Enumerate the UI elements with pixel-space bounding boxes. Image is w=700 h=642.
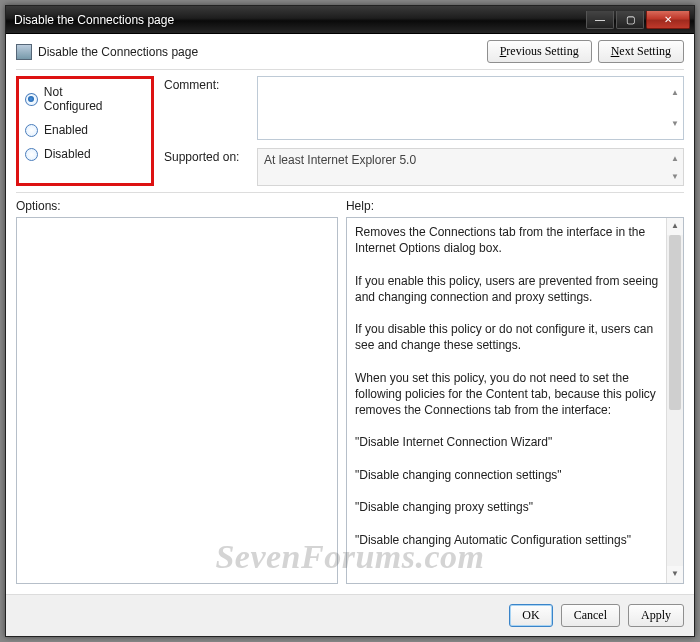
cancel-button[interactable]: Cancel xyxy=(561,604,620,627)
chevron-down-icon[interactable]: ▼ xyxy=(667,566,683,583)
radio-icon xyxy=(25,148,38,161)
radio-disabled[interactable]: Disabled xyxy=(25,147,123,161)
chevron-up-icon[interactable]: ▲ xyxy=(667,218,683,235)
chevron-up-icon[interactable]: ▲ xyxy=(667,77,683,108)
window-titlebar[interactable]: Disable the Connections page ― ▢ ✕ xyxy=(6,6,694,34)
state-radio-group: Not Configured Enabled Disabled xyxy=(16,76,154,186)
radio-icon xyxy=(25,93,38,106)
client-area: Disable the Connections page Previous Se… xyxy=(6,34,694,594)
help-column: Help: Removes the Connections tab from t… xyxy=(346,199,684,584)
options-column: Options: xyxy=(16,199,338,584)
help-scrollbar[interactable]: ▲ ▼ xyxy=(666,218,683,583)
supported-row: Supported on: At least Internet Explorer… xyxy=(164,148,684,186)
separator xyxy=(16,192,684,193)
comment-row: Comment: ▲ ▼ xyxy=(164,76,684,140)
chevron-down-icon[interactable]: ▼ xyxy=(667,167,683,185)
help-label: Help: xyxy=(346,199,684,213)
maximize-button[interactable]: ▢ xyxy=(616,11,644,29)
comment-textarea[interactable]: ▲ ▼ xyxy=(257,76,684,140)
options-panel xyxy=(16,217,338,584)
page-title: Disable the Connections page xyxy=(38,45,198,59)
supported-label: Supported on: xyxy=(164,148,249,164)
close-button[interactable]: ✕ xyxy=(646,11,690,29)
apply-button[interactable]: Apply xyxy=(628,604,684,627)
radio-label: Enabled xyxy=(44,123,88,137)
minimize-button[interactable]: ― xyxy=(586,11,614,29)
policy-icon xyxy=(16,44,32,60)
chevron-down-icon[interactable]: ▼ xyxy=(667,108,683,139)
nav-buttons: Previous Setting Next Setting xyxy=(487,40,684,63)
help-panel: Removes the Connections tab from the int… xyxy=(346,217,684,584)
window-controls: ― ▢ ✕ xyxy=(586,11,690,29)
scroll-track[interactable] xyxy=(667,410,683,566)
supported-on-box: At least Internet Explorer 5.0 ▲ ▼ xyxy=(257,148,684,186)
header-row: Disable the Connections page Previous Se… xyxy=(16,40,684,63)
radio-icon xyxy=(25,124,38,137)
supported-scroll[interactable]: ▲ ▼ xyxy=(667,149,683,185)
previous-setting-button[interactable]: Previous Setting xyxy=(487,40,592,63)
ok-button[interactable]: OK xyxy=(509,604,552,627)
options-label: Options: xyxy=(16,199,338,213)
dialog-footer: OK Cancel Apply xyxy=(6,594,694,636)
supported-value: At least Internet Explorer 5.0 xyxy=(264,153,416,167)
radio-not-configured[interactable]: Not Configured xyxy=(25,85,123,113)
field-column: Comment: ▲ ▼ Supported on: At least Inte… xyxy=(164,76,684,186)
config-row: Not Configured Enabled Disabled Comment: xyxy=(16,76,684,186)
window-title: Disable the Connections page xyxy=(14,13,586,27)
gpedit-policy-window: Disable the Connections page ― ▢ ✕ Disab… xyxy=(5,5,695,637)
radio-enabled[interactable]: Enabled xyxy=(25,123,123,137)
help-body: Removes the Connections tab from the int… xyxy=(355,225,662,547)
separator xyxy=(16,69,684,70)
radio-label: Not Configured xyxy=(44,85,123,113)
comment-label: Comment: xyxy=(164,76,249,92)
lower-row: Options: Help: Removes the Connections t… xyxy=(16,199,684,584)
scroll-thumb[interactable] xyxy=(669,235,681,410)
radio-label: Disabled xyxy=(44,147,91,161)
comment-scroll[interactable]: ▲ ▼ xyxy=(667,77,683,139)
next-setting-button[interactable]: Next Setting xyxy=(598,40,684,63)
chevron-up-icon[interactable]: ▲ xyxy=(667,149,683,167)
